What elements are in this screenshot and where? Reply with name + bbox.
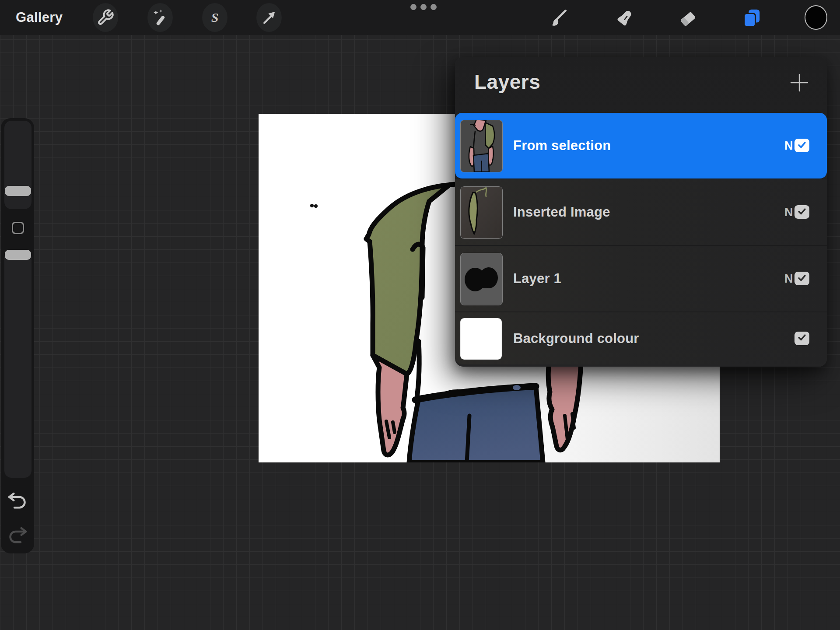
layers-button[interactable] [739, 3, 764, 32]
color-swatch-button[interactable] [803, 3, 829, 32]
layer-thumbnail [460, 120, 503, 172]
pen-dot [314, 204, 318, 208]
layer-row-layer-1[interactable]: Layer 1 N [455, 245, 827, 312]
move-arrow-icon [260, 9, 278, 26]
magic-wand-icon [151, 9, 169, 26]
blend-mode-button[interactable]: N [784, 246, 793, 312]
color-swatch-icon [804, 5, 828, 30]
pen-dot [310, 204, 314, 207]
layer-thumbnail [460, 318, 502, 360]
plus-icon [789, 73, 809, 94]
dot-icon [430, 4, 437, 10]
layer-row-from-selection[interactable]: From selection N [455, 113, 827, 178]
layer-thumbnail [460, 253, 503, 305]
opacity-handle[interactable] [5, 250, 31, 260]
dot-icon [410, 4, 416, 10]
modify-button[interactable] [12, 222, 24, 234]
layer-visibility-checkbox[interactable] [794, 139, 809, 152]
layer-visibility-checkbox[interactable] [794, 272, 809, 285]
check-icon [797, 273, 807, 284]
more-options-button[interactable] [410, 4, 438, 10]
top-toolbar: Gallery S [0, 0, 840, 35]
layers-panel: Layers From se [455, 57, 827, 367]
adjustments-button[interactable] [147, 3, 173, 32]
opacity-slider[interactable] [4, 250, 32, 478]
redo-icon [6, 539, 29, 547]
eraser-icon [678, 8, 697, 27]
eraser-button[interactable] [675, 3, 700, 32]
brush-size-handle[interactable] [5, 186, 31, 196]
smudge-button[interactable] [611, 3, 636, 32]
layer-name: Inserted Image [513, 179, 610, 245]
blend-mode-button[interactable]: N [784, 113, 793, 178]
redo-button[interactable] [6, 523, 29, 547]
layers-icon [742, 7, 762, 28]
actions-button[interactable] [93, 3, 118, 32]
paintbrush-icon [549, 8, 568, 27]
add-layer-button[interactable] [789, 74, 809, 94]
undo-icon [6, 505, 29, 512]
check-icon [797, 206, 807, 218]
blend-mode-button[interactable]: N [784, 179, 793, 245]
selection-button[interactable]: S [202, 3, 228, 32]
layer-thumbnail [460, 186, 503, 239]
check-icon [797, 140, 807, 151]
wrench-icon [97, 9, 114, 26]
dot-icon [420, 4, 427, 10]
layer-name: From selection [513, 113, 611, 178]
layer-name: Background colour [513, 312, 639, 364]
svg-text:S: S [211, 10, 219, 24]
undo-button[interactable] [6, 488, 29, 513]
brush-button[interactable] [546, 3, 571, 32]
layers-panel-header: Layers [455, 57, 827, 113]
layer-visibility-checkbox[interactable] [794, 332, 809, 345]
gallery-button[interactable]: Gallery [16, 0, 63, 35]
smudge-finger-icon [614, 8, 633, 27]
layer-row-inserted-image[interactable]: Inserted Image N [455, 178, 827, 245]
side-toolbar [1, 118, 34, 553]
layers-panel-title: Layers [474, 70, 540, 94]
layer-name: Layer 1 [513, 246, 561, 312]
transform-button[interactable] [256, 3, 282, 32]
s-curve-icon: S [206, 9, 224, 26]
layer-visibility-checkbox[interactable] [794, 205, 809, 219]
layer-row-background-colour[interactable]: Background colour [455, 312, 827, 364]
check-icon [797, 332, 807, 344]
